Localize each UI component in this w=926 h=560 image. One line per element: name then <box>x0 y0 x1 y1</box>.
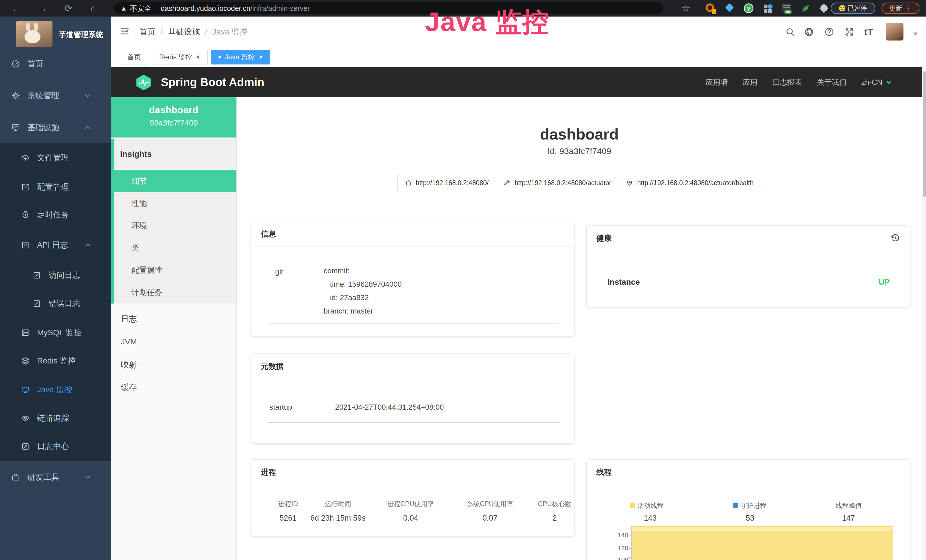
sba-menu-scheduled[interactable]: 计划任务 <box>114 281 236 304</box>
sba-sidebar: dashboard 93a3fc7f7409 Insights 细节 性能 环境… <box>111 97 237 560</box>
extension-icon-2[interactable] <box>725 3 735 13</box>
breadcrumb-home[interactable]: 首页 <box>139 27 156 37</box>
sba-instance-box[interactable]: dashboard 93a3fc7f7409 <box>111 97 236 138</box>
gauge-icon <box>11 60 20 68</box>
scrollbar-thumb[interactable] <box>923 71 926 197</box>
extension-icon-3[interactable]: y <box>744 3 754 13</box>
briefcase-icon <box>11 473 20 481</box>
sba-language-select[interactable]: zh-CN <box>861 78 893 87</box>
avatar-caret-icon[interactable] <box>913 33 918 36</box>
sba-header: Spring Boot Admin 应用墙 应用 日志报表 关于我们 zh-CN <box>111 67 926 97</box>
back-icon[interactable]: ← <box>11 3 21 14</box>
extension-icon-6[interactable] <box>801 3 811 13</box>
extension-icon-4[interactable] <box>763 3 773 13</box>
sidebar-item-jobs[interactable]: 定时任务 <box>0 201 111 229</box>
sidebar-item-home[interactable]: 首页 <box>0 50 111 78</box>
reload-icon[interactable]: ⟳ <box>65 3 72 14</box>
extension-icon-1[interactable] <box>705 3 715 13</box>
row-divider <box>606 295 890 295</box>
tab-home[interactable]: 首页 <box>120 50 148 65</box>
home-icon <box>405 179 412 186</box>
tab-java[interactable]: Java 监控 × <box>211 50 270 65</box>
threads-peak-value: 147 <box>828 514 869 523</box>
page-title: dashboard <box>237 125 922 143</box>
y-axis-label: 140 <box>604 531 628 539</box>
forward-icon[interactable]: → <box>38 3 47 14</box>
security-label[interactable]: 不安全 <box>130 4 151 13</box>
monitor-icon <box>11 123 20 132</box>
sidebar-item-java-monitor[interactable]: Java 监控 <box>0 375 111 404</box>
doc-edit-icon <box>21 241 30 249</box>
paused-badge[interactable]: 已暂停 <box>831 3 875 14</box>
github-icon[interactable] <box>804 27 814 37</box>
card-process: 进程 进程ID 运行时间 进程CPU使用率 系统CPU使用率 CPU核心数 52… <box>251 460 574 536</box>
link-actuator-url[interactable]: http://192.168.0.2:48080/actuator <box>496 174 619 192</box>
metadata-row-label: startup <box>269 403 292 412</box>
link-home-url[interactable]: http://192.168.0.2:48080/ <box>397 174 496 192</box>
sidebar-item-files[interactable]: 文件管理 <box>0 144 111 172</box>
extension-icon-5[interactable]: on <box>782 3 792 13</box>
instance-links: http://192.168.0.2:48080/ http://192.168… <box>237 174 922 192</box>
app-title: 芋道管理系统 <box>59 30 103 40</box>
gear-icon <box>11 91 20 100</box>
row-divider <box>267 324 559 324</box>
sidebar-item-error-log[interactable]: 错误日志 <box>0 289 111 318</box>
process-value: 6d 23h 15m 59s <box>302 514 374 523</box>
sba-nav-journal[interactable]: 日志报表 <box>772 77 802 87</box>
sidebar-item-redis[interactable]: Redis 监控 <box>0 347 111 375</box>
help-icon[interactable] <box>825 27 834 37</box>
tab-redis[interactable]: Redis 监控 × <box>152 50 207 65</box>
sidebar-item-tracing[interactable]: 链路追踪 <box>0 404 111 433</box>
doc-edit-icon <box>33 271 41 280</box>
card-metadata-title: 元数据 <box>251 354 574 380</box>
sba-insights-group: Insights 细节 性能 环境 类 配置属性 计划任务 <box>111 139 236 304</box>
close-icon[interactable]: × <box>196 53 200 61</box>
threads-live-value: 143 <box>630 514 670 523</box>
sidebar-item-access-log[interactable]: 访问日志 <box>0 261 111 289</box>
process-value: 0.04 <box>371 514 451 523</box>
history-icon[interactable] <box>890 233 900 243</box>
sba-nav-wallboard[interactable]: 应用墙 <box>705 77 728 87</box>
url-host[interactable]: dashboard.yudao.iocoder.cn <box>161 4 250 12</box>
sba-menu-classes[interactable]: 类 <box>114 237 236 259</box>
sba-menu-details[interactable]: 细节 <box>111 170 236 192</box>
font-size-icon[interactable]: tT <box>864 27 873 37</box>
sba-menu-configprops[interactable]: 配置属性 <box>114 259 236 281</box>
user-avatar[interactable] <box>886 23 903 41</box>
url-path[interactable]: /infra/admin-server <box>250 4 310 12</box>
sidebar-item-api-log[interactable]: API 日志 <box>0 231 111 259</box>
emoji-face-icon <box>839 5 845 11</box>
sba-menu-env[interactable]: 环境 <box>114 215 236 237</box>
address-bar[interactable]: ▲ 不安全 dashboard.yudao.iocoder.cn /infra/… <box>114 2 663 14</box>
sba-menu-logs[interactable]: 日志 <box>111 307 236 330</box>
sidebar-item-infra[interactable]: 基础设施 <box>0 113 111 142</box>
sidebar-item-system[interactable]: 系统管理 <box>0 81 111 110</box>
sidebar-item-config[interactable]: 配置管理 <box>0 173 111 201</box>
sidebar-item-mysql[interactable]: MySQL 监控 <box>0 318 111 347</box>
sba-brand[interactable]: Spring Boot Admin <box>161 76 264 89</box>
legend-daemon-threads: 守护进程 <box>733 501 767 510</box>
link-health-url[interactable]: http://192.168.0.2:48080/actuator/health <box>619 174 761 192</box>
home-icon[interactable]: ⌂ <box>91 3 96 14</box>
sba-menu-caches[interactable]: 缓存 <box>111 376 236 399</box>
sba-menu-metrics[interactable]: 性能 <box>114 192 236 215</box>
blue-legend-swatch <box>733 503 738 509</box>
sidebar-item-devtools[interactable]: 研发工具 <box>0 463 111 492</box>
sidebar-item-log-center[interactable]: 日志中心 <box>0 432 111 461</box>
update-button[interactable]: 更新 ⋮ <box>882 3 920 14</box>
close-icon[interactable]: × <box>259 53 263 61</box>
sba-menu-jvm[interactable]: JVM <box>111 330 236 353</box>
sba-nav-about[interactable]: 关于我们 <box>817 77 846 87</box>
breadcrumb-infra[interactable]: 基础设施 <box>168 27 200 37</box>
hamburger-icon[interactable] <box>120 26 130 36</box>
info-row-value: commit: time: 1596289704000 id: 27aa832 … <box>324 264 402 318</box>
sba-nav-applications[interactable]: 应用 <box>743 77 758 87</box>
fullscreen-icon[interactable] <box>844 27 854 37</box>
breadcrumb-current: Java 监控 <box>212 27 248 37</box>
extension-puzzle-icon[interactable] <box>819 3 829 13</box>
search-icon[interactable] <box>785 27 795 37</box>
bookmark-star-icon[interactable]: ☆ <box>682 3 690 14</box>
scrollbar[interactable] <box>922 67 926 560</box>
browser-menu-icon[interactable]: ⋮ <box>905 4 912 13</box>
sba-menu-mappings[interactable]: 映射 <box>111 353 236 376</box>
